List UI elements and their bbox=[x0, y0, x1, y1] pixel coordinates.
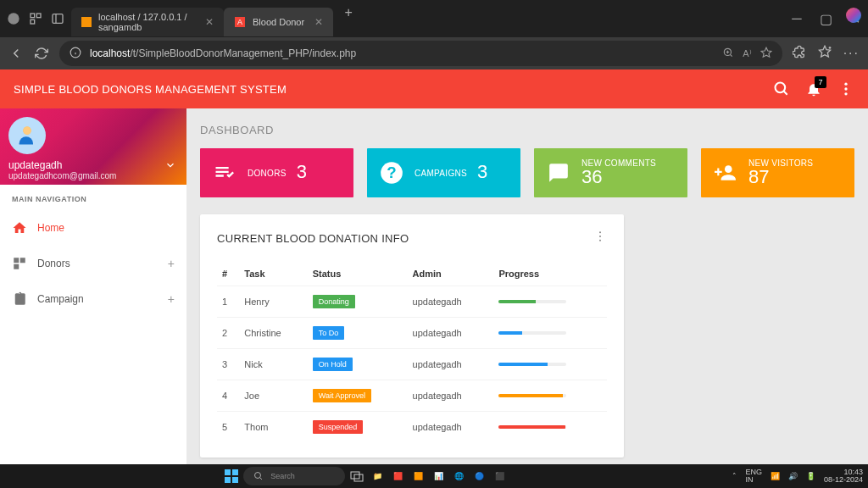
cell-progress bbox=[493, 318, 607, 349]
system-tray[interactable]: ˄ ENGIN 📶 🔊 🔋 10:4308-12-2024 bbox=[732, 469, 863, 484]
start-button[interactable] bbox=[223, 468, 240, 485]
stat-donors[interactable]: DONORS 3 bbox=[200, 148, 353, 197]
card-header: CURRENT BLOOD DONATION INFO bbox=[217, 230, 607, 247]
svg-rect-38 bbox=[225, 477, 231, 483]
svg-rect-42 bbox=[351, 472, 359, 479]
svg-point-23 bbox=[844, 87, 847, 90]
maximize-button[interactable]: ▢ bbox=[819, 12, 832, 25]
stat-value: 3 bbox=[477, 161, 487, 183]
stat-value: 36 bbox=[581, 166, 656, 188]
home-icon bbox=[12, 220, 27, 236]
read-aloud-icon[interactable]: A⁾ bbox=[743, 48, 751, 59]
volume-icon[interactable]: 🔊 bbox=[788, 472, 798, 480]
favorite-icon[interactable] bbox=[760, 47, 772, 61]
card-title: CURRENT BLOOD DONATION INFO bbox=[217, 232, 409, 245]
tray-clock[interactable]: 10:4308-12-2024 bbox=[824, 469, 863, 484]
overflow-menu-icon[interactable] bbox=[837, 80, 854, 97]
taskbar-app[interactable]: 📁 bbox=[369, 468, 386, 485]
refresh-button[interactable] bbox=[34, 46, 49, 61]
stat-comments[interactable]: NEW COMMENTS36 bbox=[534, 148, 687, 197]
person-add-icon bbox=[713, 160, 738, 186]
stat-visitors[interactable]: NEW VISITORS87 bbox=[701, 148, 854, 197]
extensions-icon[interactable] bbox=[793, 45, 806, 62]
topbar-actions: 7 bbox=[773, 80, 854, 97]
status-badge: Wait Approvel bbox=[313, 389, 371, 402]
sidebar-toggle-icon[interactable] bbox=[51, 12, 64, 25]
more-icon[interactable]: ··· bbox=[843, 46, 860, 61]
stat-value: 3 bbox=[297, 161, 307, 183]
stats-row: DONORS 3 ? CAMPAIGNS 3 NEW COMMENTS36 NE… bbox=[200, 148, 854, 197]
toolbar-right: ··· bbox=[793, 45, 860, 62]
site-info-icon[interactable] bbox=[70, 47, 81, 61]
browser-tab-phpmyadmin[interactable]: localhost / 127.0.0.1 / sangamdb ✕ bbox=[71, 8, 224, 36]
taskbar-app[interactable]: ⬛ bbox=[491, 468, 508, 485]
cell-progress bbox=[493, 286, 607, 318]
minimize-button[interactable]: ─ bbox=[790, 12, 804, 25]
app-title: SIMPLE BLOOD DONORS MANAGEMENT SYSTEM bbox=[14, 83, 287, 96]
svg-line-41 bbox=[260, 478, 263, 480]
close-icon[interactable]: ✕ bbox=[205, 16, 214, 28]
back-button[interactable] bbox=[8, 46, 24, 61]
cell-task: Christine bbox=[239, 318, 307, 349]
status-badge: To Do bbox=[313, 326, 345, 340]
titlebar-left bbox=[7, 12, 64, 25]
svg-point-20 bbox=[776, 83, 786, 93]
workspaces-icon[interactable] bbox=[29, 12, 42, 25]
close-icon[interactable]: ✕ bbox=[314, 16, 323, 28]
tray-lang[interactable]: ENGIN bbox=[745, 469, 762, 484]
svg-line-15 bbox=[731, 54, 732, 56]
user-card[interactable]: updategadh updategadhcom@gmail.com bbox=[0, 108, 186, 185]
cell-num: 5 bbox=[217, 412, 239, 443]
nav-item-campaign[interactable]: Campaign + bbox=[0, 281, 186, 317]
copilot-icon[interactable] bbox=[846, 8, 861, 23]
nav-item-home[interactable]: Home bbox=[0, 210, 186, 246]
favorites-bar-icon[interactable] bbox=[818, 45, 832, 62]
url-input[interactable]: localhost/t/SimpleBloodDonorManagement_P… bbox=[59, 41, 782, 66]
battery-icon[interactable]: 🔋 bbox=[806, 472, 815, 480]
col-status: Status bbox=[308, 262, 408, 286]
svg-rect-27 bbox=[14, 258, 19, 263]
nav-section-title: MAIN NAVIGATION bbox=[0, 185, 186, 210]
cell-task: Joe bbox=[239, 380, 307, 412]
clipboard-icon bbox=[12, 291, 27, 307]
progress-bar bbox=[498, 363, 566, 366]
taskbar-app[interactable]: 🔵 bbox=[470, 468, 487, 485]
notifications-icon[interactable]: 7 bbox=[805, 80, 822, 97]
taskbar-app[interactable]: 🌐 bbox=[450, 468, 467, 485]
stat-campaigns[interactable]: ? CAMPAIGNS 3 bbox=[367, 148, 520, 197]
sidebar: updategadh updategadhcom@gmail.com MAIN … bbox=[0, 108, 186, 464]
tray-chevron-icon[interactable]: ˄ bbox=[732, 472, 737, 480]
taskbar-app[interactable]: 🟥 bbox=[389, 468, 406, 485]
taskbar-center: Search 📁 🟥 🟧 📊 🌐 🔵 ⬛ bbox=[223, 467, 508, 485]
tab-label: Blood Donor bbox=[253, 17, 304, 27]
cell-admin: updategadh bbox=[408, 286, 494, 318]
expand-icon[interactable]: + bbox=[168, 257, 175, 270]
taskbar-app[interactable]: 🟧 bbox=[409, 468, 426, 485]
profile-icon[interactable] bbox=[7, 12, 20, 25]
stat-label: DONORS bbox=[248, 169, 287, 178]
browser-tab-active[interactable]: A Blood Donor ✕ bbox=[224, 8, 333, 36]
cell-task: Thom bbox=[239, 412, 307, 443]
svg-rect-4 bbox=[53, 14, 63, 24]
nav-label: Donors bbox=[37, 258, 70, 269]
cell-status: Donating bbox=[308, 286, 408, 318]
new-tab-button[interactable]: + bbox=[337, 1, 360, 25]
progress-bar bbox=[498, 300, 566, 303]
svg-point-26 bbox=[23, 127, 31, 135]
task-view-icon[interactable] bbox=[348, 468, 365, 485]
taskbar-app[interactable]: 📊 bbox=[430, 468, 447, 485]
svg-marker-16 bbox=[761, 47, 771, 57]
svg-rect-2 bbox=[36, 14, 41, 18]
cell-progress bbox=[493, 412, 607, 443]
card-menu-icon[interactable] bbox=[593, 230, 607, 247]
search-placeholder: Search bbox=[270, 472, 295, 480]
search-icon[interactable] bbox=[773, 80, 790, 97]
nav-item-donors[interactable]: Donors + bbox=[0, 246, 186, 281]
chevron-down-icon[interactable] bbox=[164, 159, 176, 175]
wifi-icon[interactable]: 📶 bbox=[771, 472, 780, 480]
svg-rect-3 bbox=[31, 19, 35, 24]
nav-label: Home bbox=[37, 222, 64, 234]
zoom-icon[interactable] bbox=[722, 47, 734, 61]
taskbar-search[interactable]: Search bbox=[243, 467, 345, 485]
expand-icon[interactable]: + bbox=[168, 292, 175, 306]
